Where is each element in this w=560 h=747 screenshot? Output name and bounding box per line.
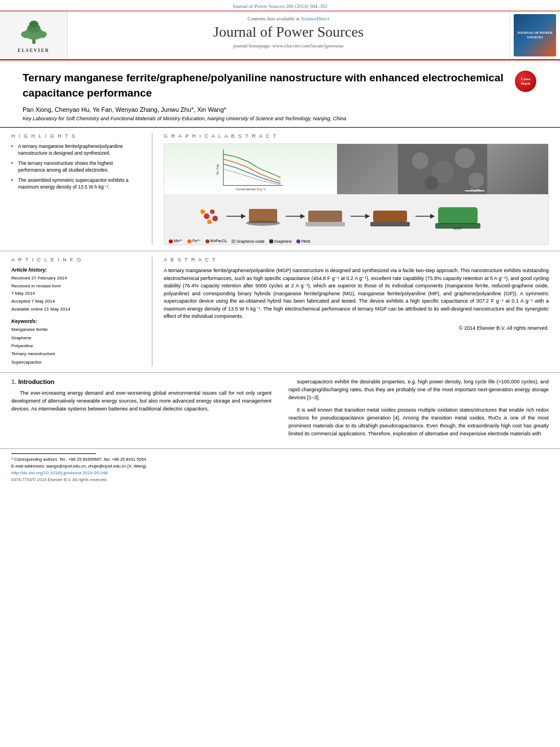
svg-rect-27 <box>308 211 342 222</box>
abstract-text: A ternary manganese ferrite/graphene/pol… <box>164 267 549 321</box>
ga-micro-inner: 2 μm <box>337 144 548 194</box>
graphical-abstract-heading: G R A P H I C A L A B S T R A C T <box>164 133 549 139</box>
sciencedirect-link[interactable]: ScienceDirect <box>301 16 329 21</box>
corresponding-note: * Corresponding authors. Tel.: +86 25 84… <box>11 457 549 462</box>
list-item: The ternary nanostructure shows the high… <box>11 160 141 174</box>
list-item: The assembled symmetric supercapacitor e… <box>11 177 141 191</box>
accepted-date: Accepted 7 May 2014 <box>11 298 141 305</box>
svg-point-5 <box>36 30 46 38</box>
page-footer: * Corresponding authors. Tel.: +86 25 84… <box>0 448 560 487</box>
keyword-item: Graphene <box>11 334 141 342</box>
journal-logo-text: JOURNAL OF POWER SOURCES <box>514 31 556 40</box>
ga-legend: Mn²⁺ Fe³⁺ MnFe₂O₄ Graphene oxide Graphen… <box>164 238 548 244</box>
svg-text:Sp. Cap.: Sp. Cap. <box>216 163 219 174</box>
svg-point-13 <box>455 148 475 168</box>
svg-text:2 μm: 2 μm <box>470 187 480 193</box>
article-info-heading: A R T I C L E I N F O <box>11 257 141 263</box>
journal-citation: Journal of Power Sources 266 (2014) 384–… <box>233 3 327 9</box>
svg-point-14 <box>425 177 438 190</box>
revised-date: 7 May 2014 <box>11 290 141 298</box>
svg-point-15 <box>468 173 484 189</box>
highlights-heading: H I G H L I G H T S <box>11 133 141 139</box>
body-two-col: 1. Introduction The ever-increasing ener… <box>0 378 560 443</box>
body-left-col: 1. Introduction The ever-increasing ener… <box>11 378 274 443</box>
article-info-col: A R T I C L E I N F O Article history: R… <box>0 257 152 366</box>
ga-chart: Current density (A g⁻¹) Sp. Cap. <box>164 144 337 194</box>
body-section: 1. Introduction The ever-increasing ener… <box>0 373 560 443</box>
abstract-heading: A B S T R A C T <box>164 257 549 263</box>
svg-rect-30 <box>373 211 407 222</box>
journal-top-bar: Journal of Power Sources 266 (2014) 384–… <box>0 0 560 11</box>
svg-rect-31 <box>370 222 410 226</box>
keyword-item: Polyaniline <box>11 342 141 350</box>
svg-point-25 <box>246 220 280 226</box>
doi-link[interactable]: http://dx.doi.org/10.1016/j.jpowsour.201… <box>11 470 549 475</box>
copyright-line: © 2014 Elsevier B.V. All rights reserved… <box>164 325 549 331</box>
highlights-graphical-section: H I G H L I G H T S A ternary manganese … <box>0 128 560 251</box>
ga-legend-item: Mn²⁺ <box>169 239 183 243</box>
svg-point-22 <box>207 220 212 224</box>
footer-rule <box>11 453 96 454</box>
intro-paragraph-3: It is well known that transition metal o… <box>288 407 549 438</box>
journal-homepage: journal homepage: www.elsevier.com/locat… <box>79 43 498 49</box>
article-history: Received 27 February 2014 Received in re… <box>11 274 141 313</box>
article-info-abstract-section: A R T I C L E I N F O Article history: R… <box>0 251 560 373</box>
section-title: 1. Introduction <box>11 378 272 385</box>
svg-point-19 <box>210 209 215 214</box>
ga-diagram: Current density (A g⁻¹) Sp. Cap. <box>164 144 548 244</box>
keywords-label: Keywords: <box>11 318 141 324</box>
svg-point-3 <box>29 20 38 28</box>
svg-point-11 <box>412 152 429 169</box>
ga-legend-item: Graphene oxide <box>231 239 265 243</box>
crossmark-label: CrossMark <box>520 77 530 86</box>
ga-micro-svg: 2 μm <box>337 144 548 194</box>
crossmark-badge: CrossMark <box>515 71 537 93</box>
intro-paragraph-1: The ever-increasing energy demand and ev… <box>11 390 272 413</box>
ga-top-section: Current density (A g⁻¹) Sp. Cap. <box>164 144 548 194</box>
article-history-label: Article history: <box>11 267 141 273</box>
elsevier-tree-icon <box>17 18 51 46</box>
elsevier-logo-box: ELSEVIER <box>17 18 51 53</box>
keywords-list: Manganese ferrite Graphene Polyaniline T… <box>11 326 141 366</box>
ga-chart-svg: Current density (A g⁻¹) Sp. Cap. <box>167 147 334 191</box>
sciencedirect-line: Contents lists available at ScienceDirec… <box>79 16 498 21</box>
available-date: Available online 21 May 2014 <box>11 305 141 313</box>
ga-arrow-diagram: MGP <box>193 200 520 231</box>
ga-legend-item: Graphene <box>269 239 292 243</box>
affiliation-line: Key Laboratory for Soft Chemistry and Fu… <box>23 116 537 121</box>
journal-logo: JOURNAL OF POWER SOURCES <box>509 11 560 59</box>
section-title-text: Introduction <box>18 378 54 385</box>
abstract-col: A B S T R A C T A ternary manganese ferr… <box>152 257 560 366</box>
intro-paragraph-2: supercapacitors exhibit the desirable pr… <box>288 378 549 402</box>
ga-microscopy: 2 μm <box>337 144 548 194</box>
list-item: A ternary manganese ferrite/graphene/pol… <box>11 143 141 157</box>
ga-synthesis-svg: MGP <box>193 200 520 231</box>
crossmark-icon: CrossMark <box>515 71 536 92</box>
keyword-item: Manganese ferrite <box>11 326 141 334</box>
elsevier-brand-text: ELSEVIER <box>18 48 49 53</box>
header-area: ELSEVIER Contents lists available at Sci… <box>0 11 560 60</box>
journal-title: Journal of Power Sources <box>79 24 498 41</box>
keyword-item: Ternary nanostructure <box>11 350 141 358</box>
article-title: Ternary manganese ferrite/graphene/polya… <box>23 71 506 101</box>
svg-text:MGP: MGP <box>453 226 462 230</box>
email-note: E-mail addresses: wangx@njust.edu.cn, zh… <box>11 464 549 469</box>
section-number: 1. <box>11 378 18 385</box>
elsevier-logo: ELSEVIER <box>0 11 68 59</box>
graphical-abstract-image: Current density (A g⁻¹) Sp. Cap. <box>164 143 549 245</box>
body-right-col: supercapacitors exhibit the desirable pr… <box>286 378 549 443</box>
article-title-row: Ternary manganese ferrite/graphene/polya… <box>23 71 537 101</box>
ga-legend-item: Fe³⁺ <box>187 239 201 243</box>
highlights-list: A ternary manganese ferrite/graphene/pol… <box>11 143 141 190</box>
ga-legend-item: MnFe₂O₄ <box>205 239 227 243</box>
svg-point-4 <box>21 30 31 38</box>
authors-text: Pan Xiong, Chenyao Hu, Ye Fan, Wenyao Zh… <box>23 106 226 113</box>
ga-legend-item: PANI <box>296 239 310 243</box>
svg-point-20 <box>212 216 218 221</box>
journal-logo-image: JOURNAL OF POWER SOURCES <box>514 14 556 56</box>
graphical-abstract-col: G R A P H I C A L A B S T R A C T <box>152 133 560 245</box>
svg-point-18 <box>204 213 209 219</box>
received-date: Received 27 February 2014 <box>11 274 141 282</box>
page-wrapper: Journal of Power Sources 266 (2014) 384–… <box>0 0 560 487</box>
svg-text:Current density (A g⁻¹): Current density (A g⁻¹) <box>236 187 266 191</box>
